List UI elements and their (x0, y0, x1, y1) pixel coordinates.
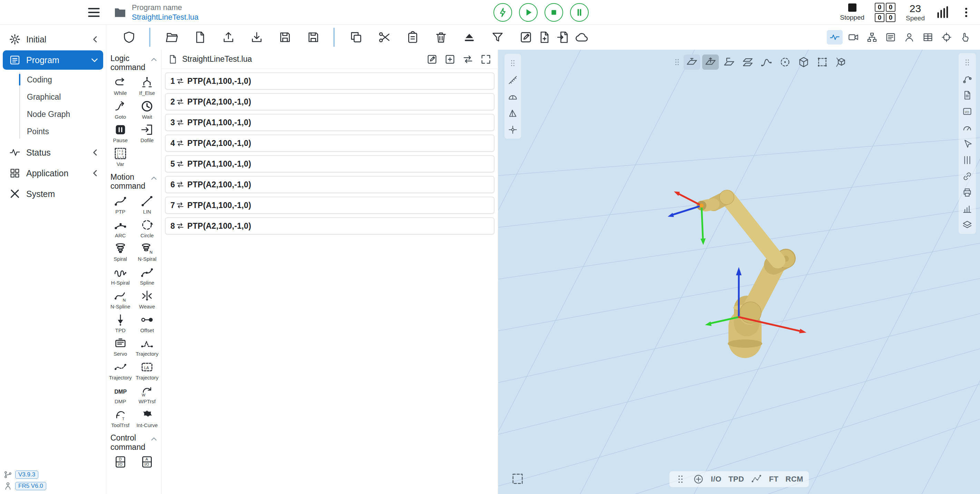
measure-ruler-button[interactable] (506, 73, 520, 87)
palette-section-header[interactable]: Control command (106, 430, 161, 452)
drag-handle-icon[interactable] (963, 55, 972, 70)
paste-button[interactable] (406, 30, 420, 44)
power-button[interactable] (493, 3, 512, 22)
viewport-3d-scene[interactable] (498, 50, 980, 494)
line-drag-icon[interactable] (176, 97, 185, 106)
sidebar-item-system[interactable]: System (0, 184, 106, 204)
menu-button[interactable] (86, 5, 102, 20)
link-panel-button[interactable] (960, 169, 974, 183)
eject-button[interactable] (462, 30, 476, 44)
palette-item-trajectory[interactable]: Trajectory (134, 335, 161, 358)
plane-axes-button[interactable] (721, 54, 737, 70)
io-panel-button[interactable]: I/O (960, 105, 974, 118)
sidebar-item-node-graph[interactable]: Node Graph (0, 106, 106, 123)
palette-item-arc[interactable]: ARC (107, 217, 134, 240)
sidebar-item-points[interactable]: Points (0, 123, 106, 140)
snap-point-button[interactable] (506, 123, 520, 137)
network-hierarchy-button[interactable] (864, 30, 880, 44)
protractor-button[interactable] (506, 90, 520, 103)
hud-ft-toggle[interactable]: FT (769, 475, 778, 484)
edit-file-button[interactable] (519, 30, 533, 44)
speed-indicator[interactable]: 23 Speed (906, 3, 925, 22)
collapse-chevron-icon[interactable] (150, 435, 158, 444)
work-plane-pin-button[interactable] (702, 54, 719, 70)
program-line[interactable]: 8PTP(A2,100,-1,0) (165, 217, 495, 235)
cloud-button[interactable] (575, 30, 589, 44)
palette-item-while[interactable]: While (107, 74, 134, 97)
play-button[interactable] (519, 3, 538, 22)
palette-item-servo[interactable]: Servo (107, 335, 134, 358)
palette-item-n-spiral[interactable]: NN-Spiral (134, 240, 161, 263)
chart-panel-button[interactable] (960, 202, 974, 216)
palette-item-wait[interactable]: Wait (134, 98, 161, 121)
copy-button[interactable] (349, 30, 363, 44)
robot-pose-button[interactable] (960, 72, 974, 86)
drag-handle-icon[interactable] (673, 55, 681, 69)
cube-axes-button[interactable] (833, 54, 849, 70)
program-line[interactable]: 2PTP(A2,100,-1,0) (165, 93, 495, 110)
palette-item-var[interactable]: i = 1j = 2k = 3Var (107, 145, 134, 168)
palette-item-ptp[interactable]: PTP (107, 193, 134, 216)
upload-button[interactable] (221, 30, 235, 44)
table-view-button[interactable] (920, 30, 936, 44)
drag-teach-button[interactable] (957, 30, 973, 44)
palette-item-dofile[interactable]: Dofile (134, 121, 161, 145)
pause-button[interactable] (570, 3, 589, 22)
palette-item-offset[interactable]: Offset (134, 311, 161, 335)
circle-tool-button[interactable] (777, 54, 793, 70)
palette-section-header[interactable]: Logic command (106, 51, 161, 73)
line-drag-icon[interactable] (176, 139, 185, 148)
polygon-tool-button[interactable] (814, 54, 830, 70)
line-drag-icon[interactable] (176, 180, 185, 189)
cursor-select-button[interactable] (960, 137, 974, 151)
add-line-button[interactable] (444, 54, 456, 65)
new-file-button[interactable] (193, 30, 207, 44)
program-line[interactable]: 7PTP(A1,100,-1,0) (165, 197, 495, 214)
delete-button[interactable] (434, 30, 448, 44)
palette-item-aio[interactable]: AI/O (134, 454, 161, 470)
sidebar-item-status[interactable]: Status (0, 142, 106, 163)
io-simulation-toggle[interactable] (827, 30, 843, 44)
sidebar-item-graphical[interactable]: Graphical (0, 88, 106, 106)
line-drag-icon[interactable] (176, 118, 185, 127)
cut-button[interactable] (377, 30, 391, 44)
palette-item-tpd[interactable]: TPD (107, 311, 134, 335)
palette-section-header[interactable]: Motion command (106, 170, 161, 191)
line-drag-icon[interactable] (176, 76, 185, 86)
program-file-name[interactable]: StraightLineTest.lua (132, 13, 199, 22)
program-line[interactable]: 5PTP(A1,100,-1,0) (165, 155, 495, 173)
hud-trajectory-icon[interactable] (751, 473, 762, 485)
sidebar-item-coding[interactable]: Coding (0, 71, 106, 88)
collapse-chevron-icon[interactable] (150, 174, 158, 183)
palette-item-lin[interactable]: LIN (134, 193, 161, 216)
program-line[interactable]: 3PTP(A1,100,-1,0) (165, 114, 495, 131)
open-folder-button[interactable] (165, 30, 179, 44)
spline-tool-button[interactable] (758, 54, 775, 70)
palette-item-trajectory[interactable]: LATrajectory (134, 359, 161, 382)
palette-item-int-curve[interactable]: Int-Curve (134, 407, 161, 429)
collapse-chevron-icon[interactable] (150, 55, 158, 64)
edit-line-button[interactable] (426, 54, 438, 65)
palette-item-spline[interactable]: Spline (134, 264, 161, 287)
palette-item-tooltrsf[interactable]: TToolTrsf (107, 407, 134, 429)
layers-panel-button[interactable] (960, 218, 974, 232)
expand-editor-button[interactable] (480, 54, 492, 65)
palette-item-h-spiral[interactable]: H-Spiral (107, 264, 134, 287)
target-button[interactable] (939, 30, 955, 44)
cube-tool-button[interactable] (795, 54, 812, 70)
line-drag-icon[interactable] (176, 221, 185, 230)
log-list-button[interactable] (883, 30, 899, 44)
palette-item-n-spline[interactable]: NN-Spline (107, 288, 134, 311)
stats-chart-icon[interactable] (935, 5, 950, 20)
gauge-panel-button[interactable] (960, 121, 974, 135)
document-panel-button[interactable] (960, 88, 974, 102)
save-button[interactable] (278, 30, 292, 44)
printer-panel-button[interactable] (960, 186, 974, 199)
sidebar-item-program[interactable]: Program (3, 50, 103, 70)
palette-item-weave[interactable]: Weave (134, 288, 161, 311)
user-button[interactable] (901, 30, 917, 44)
palette-item-circle[interactable]: Circle (134, 217, 161, 240)
palette-item-dmp[interactable]: DMPDMP (107, 383, 134, 406)
palette-item-dio[interactable]: DI/O (107, 454, 134, 470)
palette-item-wptrsf[interactable]: WWPTrsf (134, 383, 161, 406)
